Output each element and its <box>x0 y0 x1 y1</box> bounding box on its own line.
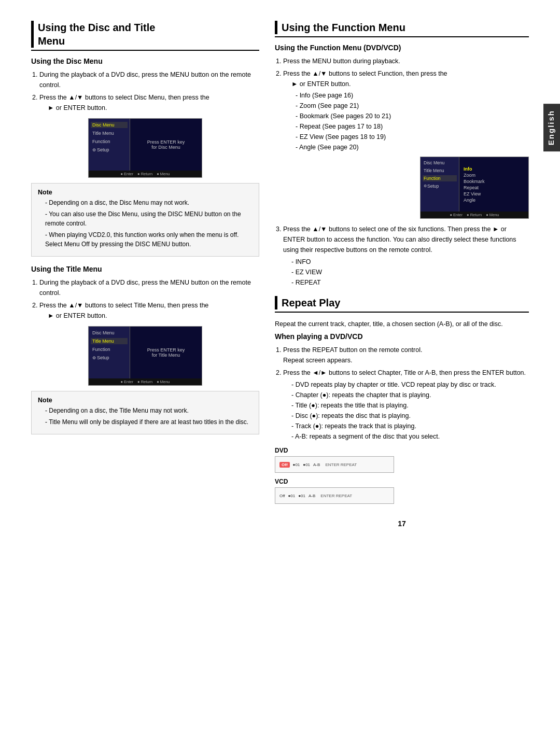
dvd-title-btn: ●01 <box>303 462 310 467</box>
vcd-off-btn: Off <box>279 494 285 498</box>
func-option-info-active: Info <box>464 166 524 172</box>
note-item-1: Depending on a disc, the Disc Menu may n… <box>45 198 253 207</box>
func-screen-setup: Setup <box>427 184 439 189</box>
vcd-disc-btn: ●01 <box>288 494 296 498</box>
vcd-track-btn: ●01 <box>298 494 305 498</box>
title-note-item-1: Depending on a disc, the Title Menu may … <box>45 406 253 415</box>
title-menu-subtitle: Using the Title Menu <box>31 265 259 273</box>
title-menu-steps: During the playback of a DVD disc, press… <box>31 277 259 321</box>
vcd-label: VCD <box>275 478 529 485</box>
dvd-chapter-btn: ●01 <box>293 462 300 467</box>
func-option-bookmark: - Bookmark (See pages 20 to 21) <box>296 111 529 121</box>
screen-item-function: Function <box>91 138 128 145</box>
vcd-repeat-section: VCD Off ●01 ●01 A-B ENTER REPEAT <box>275 478 529 504</box>
repeat-step2-opt2: - Chapter (●): repeats the chapter that … <box>291 390 529 400</box>
repeat-step2-opt6: - A-B: repeats a segment of the disc tha… <box>291 431 529 442</box>
repeat-play-title: Repeat Play <box>275 296 529 309</box>
vcd-repeat-bar: Off ●01 ●01 A-B ENTER REPEAT <box>275 487 394 504</box>
dvd-vcd-subtitle: When playing a DVD/VCD <box>275 332 529 341</box>
disc-menu-screen: Disc Menu Title Menu Function ⚙Setup Pre… <box>88 118 202 178</box>
function-screen: Disc Menu Title Menu Function ⚙Setup Inf… <box>420 157 529 219</box>
title-screen-right1: Press ENTER key <box>147 347 185 353</box>
func-screen-title-menu: Title Menu <box>423 167 457 174</box>
screen-bottom-bar: ● Enter● Return● Menu <box>89 171 202 177</box>
left-main-title: Using the Disc and Title Menu <box>31 21 259 48</box>
dvd-enter-repeat: ENTER REPEAT <box>325 462 357 467</box>
repeat-step2-opt1: - DVD repeats play by chapter or title. … <box>291 379 529 390</box>
title-screen-disc-menu: Disc Menu <box>91 330 128 336</box>
screen-item-setup: Setup <box>97 147 109 152</box>
title-screen-function: Function <box>91 346 128 353</box>
screen-item-title-menu: Title Menu <box>91 130 128 136</box>
func-screen-bottom: ● Enter● Return● Menu <box>421 212 528 218</box>
func-option-ezview: - EZ View (See pages 18 to 19) <box>296 132 529 142</box>
dvd-repeat-section: DVD Off ●01 ●01 A-B ENTER REPEAT <box>275 447 529 473</box>
title-screen-bottom: ● Enter● Return● Menu <box>89 378 202 385</box>
right-column: Using the Function Menu Using the Functi… <box>275 21 529 528</box>
func-option-repeat-item: Repeat <box>464 185 524 190</box>
function-menu-steps: Press the MENU button during playback. P… <box>275 56 529 152</box>
function-dvd-subtitle: Using the Function Menu (DVD/VCD) <box>275 44 529 52</box>
disc-menu-note: Note Depending on a disc, the Disc Menu … <box>31 183 259 257</box>
disc-menu-screen-wrapper: Disc Menu Title Menu Function ⚙Setup Pre… <box>31 118 259 178</box>
dvd-ab-btn: A-B <box>313 462 320 467</box>
dvd-label: DVD <box>275 447 529 454</box>
repeat-play-section: Repeat Play Repeat the current track, ch… <box>275 296 529 504</box>
page-number: 17 <box>275 519 529 528</box>
note-item-3: When playing VCD2.0, this function works… <box>45 230 253 249</box>
step3-repeat: - REPEAT <box>291 277 529 288</box>
step3-info: - INFO <box>291 257 529 267</box>
func-option-zoom: - Zoom (See page 21) <box>296 101 529 111</box>
func-option-angle-item: Angle <box>464 198 524 203</box>
func-option-ezview-item: EZ View <box>464 191 524 196</box>
func-screen-function: Function <box>423 175 457 181</box>
screen-right-text1: Press ENTER key <box>147 139 185 145</box>
func-option-angle: - Angle (See page 20) <box>296 142 529 152</box>
title-screen-title-menu: Title Menu <box>91 338 128 344</box>
dvd-repeat-bar: Off ●01 ●01 A-B ENTER REPEAT <box>275 456 394 473</box>
screen-right-text2: for Disc Menu <box>151 145 180 150</box>
right-main-title: Using the Function Menu <box>275 21 529 34</box>
function-screen-wrapper: Disc Menu Title Menu Function ⚙Setup Inf… <box>275 157 529 219</box>
repeat-step2-opt4: - Disc (●): repeats the disc that is pla… <box>291 411 529 421</box>
repeat-play-intro: Repeat the current track, chapter, title… <box>275 319 529 329</box>
repeat-step2-opt3: - Title (●): repeats the title that is p… <box>291 400 529 411</box>
vcd-enter-repeat: ENTER REPEAT <box>320 494 352 498</box>
func-option-repeat: - Repeat (See pages 17 to 18) <box>296 121 529 132</box>
step3-text: Press the ▲/▼ buttons to select one of t… <box>275 224 529 288</box>
screen-item-disc-menu: Disc Menu <box>91 122 128 128</box>
repeat-steps: Press the REPEAT button on the remote co… <box>275 345 529 442</box>
english-language-tab: English <box>543 104 560 151</box>
dvd-off-btn: Off <box>279 462 290 468</box>
disc-menu-title: Using the Disc Menu <box>31 57 259 65</box>
title-menu-screen-wrapper: Disc Menu Title Menu Function ⚙Setup Pre… <box>31 326 259 386</box>
func-option-bookmark-item: Bookmark <box>464 179 524 184</box>
func-screen-disc-menu: Disc Menu <box>423 160 457 166</box>
func-option-zoom-item: Zoom <box>464 173 524 178</box>
left-column: Using the Disc and Title Menu Using the … <box>31 21 259 528</box>
disc-menu-steps: During the playback of a DVD disc, press… <box>31 69 259 113</box>
repeat-step2-opt5: - Track (●): repeats the track that is p… <box>291 421 529 431</box>
title-screen-setup: Setup <box>97 355 109 360</box>
title-note-item-2: Title Menu will only be displayed if the… <box>45 417 253 427</box>
vcd-ab-btn: A-B <box>309 494 315 498</box>
note-item-2: You can also use the Disc Menu, using th… <box>45 209 253 228</box>
step3-ezview: - EZ VIEW <box>291 267 529 277</box>
title-screen-right2: for Title Menu <box>152 353 180 358</box>
title-menu-screen: Disc Menu Title Menu Function ⚙Setup Pre… <box>88 326 202 386</box>
title-menu-note: Note Depending on a disc, the Title Menu… <box>31 391 259 434</box>
func-option-info: - Info (See page 16) <box>296 90 529 101</box>
